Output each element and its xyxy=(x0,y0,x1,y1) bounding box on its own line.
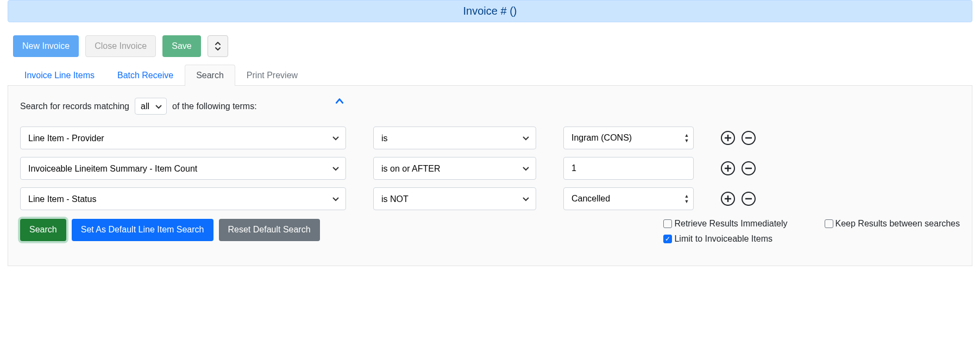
remove-row-button[interactable] xyxy=(742,131,756,145)
plus-icon xyxy=(724,195,732,203)
field-select[interactable]: Line Item - Provider xyxy=(20,127,346,149)
operator-select[interactable]: is NOT xyxy=(373,187,536,210)
search-button[interactable]: Search xyxy=(20,219,66,241)
chevron-down-icon xyxy=(332,195,340,203)
set-default-search-button[interactable]: Set As Default Line Item Search xyxy=(72,219,213,241)
checkbox-label: Limit to Invoiceable Items xyxy=(674,234,772,244)
search-suffix-label: of the following terms: xyxy=(172,102,257,111)
new-invoice-button[interactable]: New Invoice xyxy=(13,35,79,57)
minus-icon xyxy=(745,134,752,142)
limit-invoiceable-checkbox[interactable]: Limit to Invoiceable Items xyxy=(663,234,960,244)
tab-search[interactable]: Search xyxy=(185,65,235,86)
page-title: Invoice # () xyxy=(8,0,972,22)
checkbox-icon xyxy=(825,219,833,228)
minus-icon xyxy=(745,195,752,203)
search-row: Line Item - Status is NOT ▲▼ xyxy=(20,187,960,210)
more-actions-button[interactable] xyxy=(208,35,228,57)
search-row: Invoiceable Lineitem Summary - Item Coun… xyxy=(20,157,960,180)
field-select[interactable]: Line Item - Status xyxy=(20,187,346,210)
value-select[interactable] xyxy=(563,187,694,210)
chevron-down-icon xyxy=(522,134,530,142)
field-select[interactable]: Invoiceable Lineitem Summary - Item Coun… xyxy=(20,157,346,180)
tab-print-preview[interactable]: Print Preview xyxy=(235,65,309,86)
close-invoice-button[interactable]: Close Invoice xyxy=(85,35,156,57)
chevron-down-icon xyxy=(332,134,340,142)
tab-bar: Invoice Line Items Batch Receive Search … xyxy=(8,65,972,86)
value-select[interactable] xyxy=(563,127,694,149)
reset-default-search-button[interactable]: Reset Default Search xyxy=(219,219,320,241)
search-header: Search for records matching all of the f… xyxy=(20,98,960,115)
operator-select[interactable]: is on or AFTER xyxy=(373,157,536,180)
search-rows: Line Item - Provider is ▲▼ Invoiceable L… xyxy=(20,127,960,210)
search-row: Line Item - Provider is ▲▼ xyxy=(20,127,960,149)
chevron-down-icon xyxy=(522,165,530,172)
chevron-down-icon xyxy=(522,195,530,203)
checkbox-icon xyxy=(663,219,672,228)
value-spinner[interactable]: ▲▼ xyxy=(682,189,692,209)
checkbox-label: Keep Results between searches xyxy=(835,219,960,229)
retrieve-immediately-checkbox[interactable]: Retrieve Results Immediately xyxy=(663,219,787,229)
search-prefix-label: Search for records matching xyxy=(20,102,129,111)
add-row-button[interactable] xyxy=(721,131,735,145)
remove-row-button[interactable] xyxy=(742,192,756,206)
checkbox-icon xyxy=(663,235,672,243)
operator-select[interactable]: is xyxy=(373,127,536,149)
value-input[interactable] xyxy=(563,157,694,180)
toolbar: New Invoice Close Invoice Save xyxy=(8,35,972,57)
remove-row-button[interactable] xyxy=(742,161,756,175)
plus-icon xyxy=(724,134,732,142)
value-spinner[interactable]: ▲▼ xyxy=(682,128,692,148)
tab-batch-receive[interactable]: Batch Receive xyxy=(106,65,185,86)
chevron-down-icon xyxy=(332,165,340,172)
plus-icon xyxy=(724,165,732,172)
minus-icon xyxy=(745,165,752,172)
checkbox-label: Retrieve Results Immediately xyxy=(674,219,787,229)
collapse-toggle[interactable] xyxy=(335,97,344,108)
chevron-up-icon xyxy=(335,97,344,105)
add-row-button[interactable] xyxy=(721,192,735,206)
save-button[interactable]: Save xyxy=(162,35,200,57)
add-row-button[interactable] xyxy=(721,161,735,175)
search-actions: Search Set As Default Line Item Search R… xyxy=(20,219,960,244)
tab-invoice-line-items[interactable]: Invoice Line Items xyxy=(13,65,106,86)
sort-icon xyxy=(215,41,221,51)
search-panel: Search for records matching all of the f… xyxy=(8,86,972,266)
keep-results-checkbox[interactable]: Keep Results between searches xyxy=(825,219,960,229)
match-mode-select[interactable]: all xyxy=(135,98,167,115)
